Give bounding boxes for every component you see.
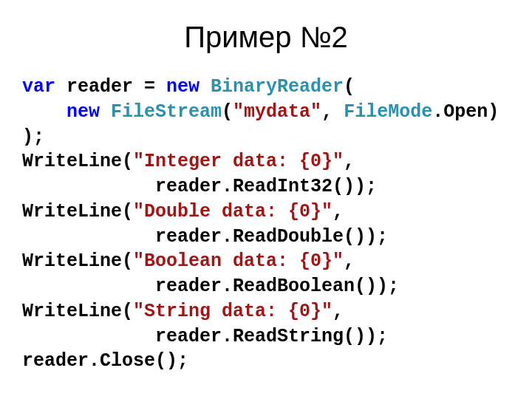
string-literal: "String data: {0}" xyxy=(133,301,332,322)
string-literal: "mydata" xyxy=(233,101,321,123)
code-text: WriteLine( xyxy=(22,201,133,222)
code-text: ); xyxy=(22,126,44,148)
enum-filemode: FileMode xyxy=(344,101,432,123)
code-text xyxy=(100,101,111,123)
code-text xyxy=(200,76,211,98)
code-text: , xyxy=(321,101,344,123)
code-text xyxy=(22,101,66,123)
keyword-new: new xyxy=(66,101,100,123)
code-text: , xyxy=(344,250,355,272)
keyword-var: var xyxy=(22,76,55,98)
code-text: WriteLine( xyxy=(22,151,133,172)
code-text: reader.ReadInt32()); xyxy=(22,176,377,197)
code-text: reader.ReadString()); xyxy=(22,326,388,347)
code-text: reader.ReadDouble()); xyxy=(22,226,388,248)
code-text: , xyxy=(344,151,355,172)
keyword-new: new xyxy=(166,76,200,98)
string-literal: "Double data: {0}" xyxy=(133,201,332,222)
code-text: reader = xyxy=(55,76,166,98)
slide-container: Пример №2 var reader = new BinaryReader(… xyxy=(0,0,532,399)
code-text: .Open) xyxy=(432,101,499,123)
code-text: reader.Close(); xyxy=(22,350,188,372)
code-block: var reader = new BinaryReader( new FileS… xyxy=(22,75,510,374)
code-text: , xyxy=(332,301,344,322)
code-text: ( xyxy=(344,76,355,98)
code-text: ( xyxy=(222,101,233,123)
type-filestream: FileStream xyxy=(111,101,222,123)
code-text: WriteLine( xyxy=(22,250,133,272)
code-text: reader.ReadBoolean()); xyxy=(22,276,399,297)
code-text: , xyxy=(332,201,344,222)
slide-title: Пример №2 xyxy=(22,21,510,54)
code-text: WriteLine( xyxy=(22,301,133,322)
string-literal: "Boolean data: {0}" xyxy=(133,250,344,272)
string-literal: "Integer data: {0}" xyxy=(133,151,344,172)
type-binaryreader: BinaryReader xyxy=(211,76,344,98)
